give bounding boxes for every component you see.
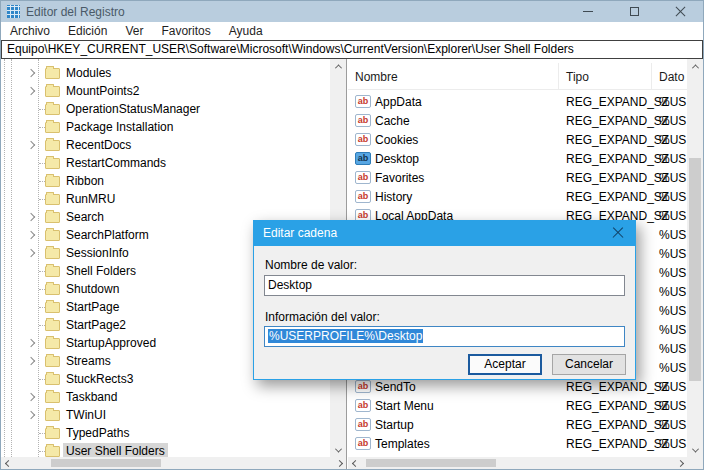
maximize-button[interactable] [611, 1, 657, 22]
scroll-left-icon[interactable] [1, 457, 15, 469]
minimize-icon [583, 11, 593, 12]
scrollbar-thumb[interactable] [689, 158, 701, 381]
accept-button[interactable]: Aceptar [468, 354, 542, 375]
scroll-left-icon[interactable] [348, 457, 362, 469]
menu-ayuda[interactable]: Ayuda [220, 24, 272, 38]
tree-item-label: SearchPlatform [63, 227, 152, 243]
list-vertical-scrollbar[interactable] [687, 59, 703, 457]
folder-icon [45, 266, 60, 277]
scrollbar-thumb[interactable] [366, 459, 496, 467]
tree-item[interactable]: RestartCommands [1, 154, 330, 172]
value-data: %US [659, 190, 686, 204]
folder-icon [45, 68, 60, 79]
registry-value-row[interactable]: abStartupREG_EXPAND_SZ%US [348, 415, 687, 434]
value-type: REG_EXPAND_SZ [566, 190, 669, 204]
tree-item[interactable]: Modules [1, 64, 330, 82]
scroll-right-icon[interactable] [673, 457, 687, 469]
value-name-input[interactable]: Desktop [264, 275, 625, 296]
tree-item[interactable]: RecentDocs [1, 136, 330, 154]
scroll-right-icon[interactable] [332, 457, 346, 469]
value-name: Desktop [375, 152, 419, 166]
tree-item-label: RunMRU [63, 191, 118, 207]
chevron-right-icon[interactable] [27, 213, 35, 221]
value-name: AppData [375, 95, 422, 109]
tree-item[interactable]: TWinUI [1, 406, 330, 424]
value-data: %US [659, 418, 686, 432]
chevron-right-icon[interactable] [27, 87, 35, 95]
string-value-icon: ab [355, 133, 371, 146]
title-bar: Editor del Registro [1, 1, 703, 22]
chevron-right-icon[interactable] [27, 357, 35, 365]
value-data-input[interactable]: %USERPROFILE%\Desktop [264, 326, 625, 347]
folder-icon [45, 428, 60, 439]
address-bar[interactable]: Equipo\HKEY_CURRENT_USER\Software\Micros… [1, 40, 703, 59]
value-data: %US [659, 437, 686, 451]
menu-favoritos[interactable]: Favoritos [152, 24, 219, 38]
tree-item[interactable]: Taskband [1, 388, 330, 406]
folder-icon [45, 302, 60, 313]
scrollbar-thumb[interactable] [51, 459, 161, 467]
registry-value-row[interactable]: abDesktopREG_EXPAND_SZ%US [348, 149, 687, 168]
string-value-icon: ab [355, 437, 371, 450]
registry-value-row[interactable]: abTemplatesREG_EXPAND_SZ%US [348, 434, 687, 453]
scroll-up-icon[interactable] [330, 59, 346, 73]
tree-horizontal-scrollbar[interactable] [1, 457, 346, 469]
value-data: %US [659, 342, 686, 356]
menu-archivo[interactable]: Archivo [1, 24, 59, 38]
scroll-down-icon[interactable] [687, 443, 703, 457]
registry-editor-window: Editor del Registro Archivo Edición Ver … [0, 0, 704, 470]
folder-icon [45, 320, 60, 331]
chevron-right-icon[interactable] [27, 411, 35, 419]
value-data: %US [659, 228, 686, 242]
column-header-nombre[interactable]: Nombre [348, 63, 559, 89]
registry-value-row[interactable]: abStart MenuREG_EXPAND_SZ%US [348, 396, 687, 415]
value-type: REG_EXPAND_SZ [566, 133, 669, 147]
tree-item-label: Modules [63, 65, 114, 81]
cancel-button[interactable]: Cancelar [552, 354, 626, 375]
tree-item[interactable]: OperationStatusManager [1, 100, 330, 118]
chevron-right-icon[interactable] [27, 141, 35, 149]
tree-item[interactable]: Ribbon [1, 172, 330, 190]
tree-item[interactable]: RunMRU [1, 190, 330, 208]
tree-item[interactable]: TypedPaths [1, 424, 330, 442]
registry-value-row[interactable]: abFavoritesREG_EXPAND_SZ%US [348, 168, 687, 187]
folder-icon [45, 158, 60, 169]
scroll-down-icon[interactable] [330, 443, 346, 457]
tree-item-label: OperationStatusManager [63, 101, 203, 117]
value-name-label: Nombre de valor: [265, 258, 357, 272]
registry-value-row[interactable]: abHistoryREG_EXPAND_SZ%US [348, 187, 687, 206]
tree-item[interactable]: Package Installation [1, 118, 330, 136]
dialog-close-button[interactable] [604, 220, 632, 246]
registry-value-row[interactable]: abAppDataREG_EXPAND_SZ%US [348, 92, 687, 111]
registry-value-row[interactable]: abCacheREG_EXPAND_SZ%US [348, 111, 687, 130]
minimize-button[interactable] [565, 1, 611, 22]
folder-icon [45, 410, 60, 421]
tree-item-label: StartupApproved [63, 335, 159, 351]
value-data: %US [659, 380, 686, 394]
tree-item[interactable]: User Shell Folders [1, 442, 330, 457]
tree-item-label: StartPage [63, 299, 122, 315]
chevron-right-icon[interactable] [27, 339, 35, 347]
registry-value-row[interactable]: abCookiesREG_EXPAND_SZ%US [348, 130, 687, 149]
column-header-dato[interactable]: Dato [652, 63, 687, 89]
value-data: %US [659, 171, 686, 185]
column-header-tipo[interactable]: Tipo [559, 63, 652, 89]
scroll-up-icon[interactable] [687, 59, 703, 73]
scrollbar-corner [687, 457, 703, 469]
chevron-right-icon[interactable] [27, 249, 35, 257]
value-name: Cookies [375, 133, 418, 147]
tree-item-label: SessionInfo [63, 245, 132, 261]
menu-edicion[interactable]: Edición [59, 24, 116, 38]
tree-item[interactable]: MountPoints2 [1, 82, 330, 100]
dialog-title-bar: Editar cadena [253, 220, 636, 246]
chevron-right-icon[interactable] [27, 393, 35, 401]
folder-icon [45, 176, 60, 187]
string-value-icon: ab [355, 95, 371, 108]
folder-icon [45, 140, 60, 151]
value-name: Start Menu [375, 399, 434, 413]
list-horizontal-scrollbar[interactable] [348, 457, 687, 469]
close-button[interactable] [657, 1, 703, 22]
chevron-right-icon[interactable] [27, 69, 35, 77]
menu-ver[interactable]: Ver [116, 24, 152, 38]
chevron-right-icon[interactable] [27, 231, 35, 239]
